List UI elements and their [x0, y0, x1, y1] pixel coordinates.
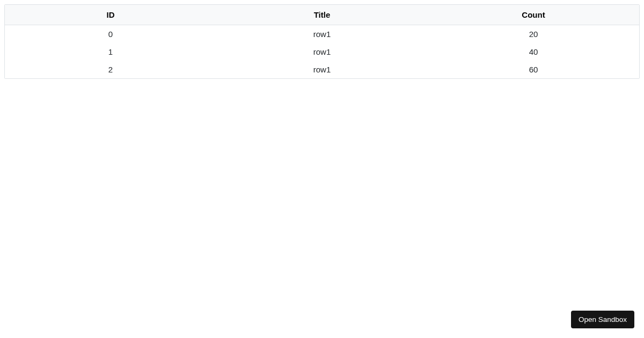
column-header-count[interactable]: Count: [428, 5, 639, 25]
cell-title: row1: [216, 61, 428, 78]
cell-title: row1: [216, 43, 428, 61]
column-header-id[interactable]: ID: [5, 5, 216, 25]
data-table: ID Title Count 0 row1 20 1 row1 40 2 row…: [5, 5, 639, 78]
cell-count: 60: [428, 61, 639, 78]
table-header-row: ID Title Count: [5, 5, 639, 25]
cell-id: 0: [5, 25, 216, 43]
cell-count: 20: [428, 25, 639, 43]
table-row[interactable]: 0 row1 20: [5, 25, 639, 43]
table-row[interactable]: 2 row1 60: [5, 61, 639, 78]
open-sandbox-button[interactable]: Open Sandbox: [571, 311, 634, 328]
cell-id: 1: [5, 43, 216, 61]
cell-title: row1: [216, 25, 428, 43]
cell-id: 2: [5, 61, 216, 78]
data-table-container: ID Title Count 0 row1 20 1 row1 40 2 row…: [4, 4, 640, 79]
column-header-title[interactable]: Title: [216, 5, 428, 25]
cell-count: 40: [428, 43, 639, 61]
table-row[interactable]: 1 row1 40: [5, 43, 639, 61]
